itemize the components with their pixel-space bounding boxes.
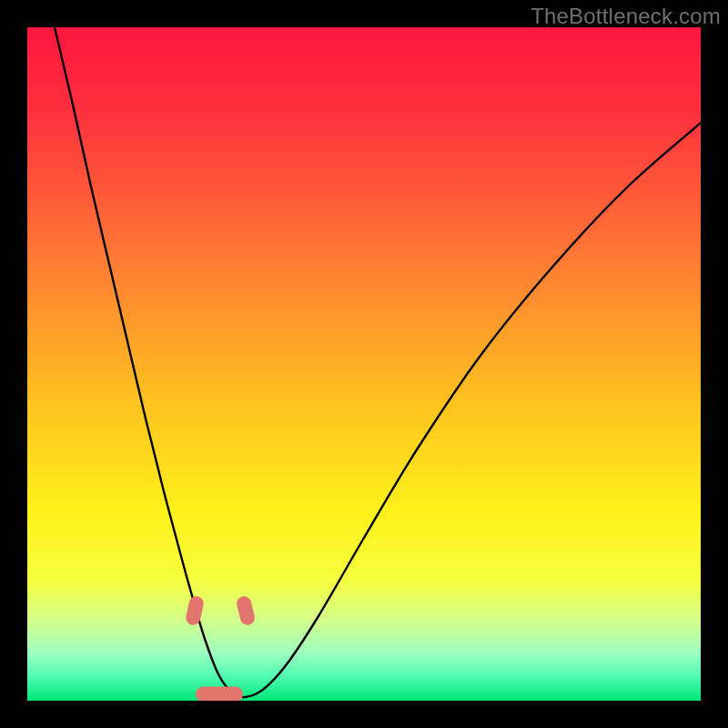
gradient-background xyxy=(27,27,701,701)
bottleneck-chart xyxy=(27,27,701,701)
marker-capsule xyxy=(196,687,243,702)
attribution-text: TheBottleneck.com xyxy=(531,4,721,29)
chart-frame: TheBottleneck.com xyxy=(0,0,728,728)
plot-area xyxy=(27,27,701,701)
